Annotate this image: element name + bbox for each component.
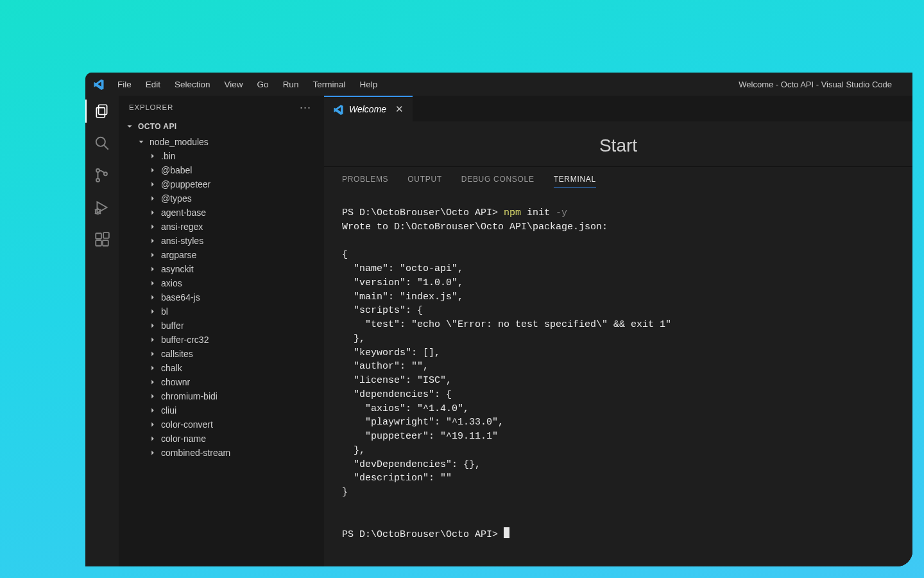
panel-tab-output[interactable]: OUTPUT	[407, 175, 442, 188]
tree-item-label: chownr	[161, 377, 190, 387]
tree-item[interactable]: @babel	[119, 163, 324, 177]
menu-run[interactable]: Run	[277, 77, 305, 92]
tree-item[interactable]: .bin	[119, 149, 324, 163]
tree-item[interactable]: buffer	[119, 319, 324, 333]
chevron-right-icon	[148, 293, 157, 302]
panel-tab-problems[interactable]: PROBLEMS	[342, 175, 388, 188]
chevron-right-icon	[148, 279, 157, 288]
file-tree[interactable]: OCTO API node_modules .bin@babel@puppete…	[119, 119, 324, 566]
panel-tab-debug-console[interactable]: DEBUG CONSOLE	[461, 175, 535, 188]
svg-point-4	[96, 179, 99, 182]
tree-item-label: argparse	[161, 250, 196, 260]
svg-point-5	[104, 172, 107, 175]
chevron-right-icon	[148, 335, 157, 344]
tree-item-label: chalk	[161, 363, 182, 373]
chevron-right-icon	[148, 265, 157, 274]
svg-rect-1	[96, 108, 105, 118]
gradient-frame: File Edit Selection View Go Run Terminal…	[12, 12, 912, 566]
chevron-right-icon	[148, 236, 157, 245]
folder-label: node_modules	[150, 137, 209, 147]
terminal-flag: -y	[556, 207, 567, 218]
tree-item[interactable]: ansi-regex	[119, 220, 324, 234]
tree-item[interactable]: base64-js	[119, 290, 324, 304]
chevron-right-icon	[148, 307, 157, 316]
tree-item[interactable]: chromium-bidi	[119, 389, 324, 403]
tree-item-label: color-name	[161, 434, 206, 444]
chevron-right-icon	[148, 349, 157, 358]
tab-label: Welcome	[349, 104, 386, 114]
chevron-right-icon	[148, 321, 157, 330]
vscode-window: File Edit Selection View Go Run Terminal…	[85, 73, 912, 566]
tree-item[interactable]: callsites	[119, 347, 324, 361]
terminal-command: npm	[504, 207, 521, 218]
tree-item[interactable]: agent-base	[119, 206, 324, 220]
chevron-right-icon	[148, 420, 157, 429]
tree-item-label: ansi-styles	[161, 236, 203, 246]
tree-item[interactable]: combined-stream	[119, 446, 324, 460]
explorer-icon[interactable]	[93, 102, 111, 120]
chevron-right-icon	[148, 208, 157, 217]
terminal-cursor	[504, 527, 509, 538]
svg-rect-0	[99, 105, 107, 114]
terminal-output-line: Wrote to D:\OctoBrouser\Octo API\package…	[342, 222, 608, 232]
chevron-right-icon	[148, 166, 157, 175]
terminal-panel[interactable]: PS D:\OctoBrouser\Octo API> npm init -y …	[324, 195, 912, 566]
menu-bar: File Edit Selection View Go Run Terminal…	[111, 77, 384, 92]
title-bar: File Edit Selection View Go Run Terminal…	[85, 73, 912, 96]
tree-item-label: cliui	[161, 405, 176, 416]
tree-item[interactable]: @puppeteer	[119, 177, 324, 191]
vscode-tab-icon	[333, 104, 344, 115]
tab-welcome[interactable]: Welcome ✕	[324, 96, 413, 121]
tree-folder-node-modules[interactable]: node_modules	[119, 134, 324, 149]
tree-item[interactable]: ansi-styles	[119, 234, 324, 248]
chevron-right-icon	[148, 363, 157, 372]
tree-item-label: ansi-regex	[161, 222, 203, 232]
chevron-right-icon	[148, 152, 157, 161]
menu-selection[interactable]: Selection	[168, 77, 217, 92]
editor-area: Welcome ✕ Start PROBLEMS OUTPUT DEBUG CO…	[324, 96, 912, 566]
chevron-right-icon	[148, 180, 157, 189]
tree-item[interactable]: argparse	[119, 248, 324, 262]
svg-point-2	[96, 137, 105, 146]
svg-rect-8	[96, 240, 101, 246]
terminal-prompt: PS D:\OctoBrouser\Octo API>	[342, 529, 504, 540]
run-debug-icon[interactable]	[93, 198, 111, 216]
search-icon[interactable]	[93, 134, 111, 152]
menu-file[interactable]: File	[111, 77, 138, 92]
explorer-more-icon[interactable]: ···	[297, 101, 314, 114]
tree-item-label: bl	[161, 306, 168, 317]
tree-item[interactable]: color-name	[119, 432, 324, 446]
editor-tab-row: Welcome ✕	[324, 96, 912, 121]
window-title: Welcome - Octo API - Visual Studio Code	[384, 80, 907, 89]
tree-item-label: base64-js	[161, 292, 200, 302]
tree-item[interactable]: chownr	[119, 375, 324, 389]
extensions-icon[interactable]	[93, 231, 111, 249]
tree-item[interactable]: axios	[119, 276, 324, 290]
chevron-down-icon	[137, 137, 146, 146]
tree-item[interactable]: @types	[119, 191, 324, 206]
tree-item-label: color-convert	[161, 419, 213, 430]
tree-root[interactable]: OCTO API	[119, 119, 324, 134]
menu-go[interactable]: Go	[251, 77, 275, 92]
menu-help[interactable]: Help	[353, 77, 384, 92]
tree-item-label: axios	[161, 278, 182, 288]
chevron-right-icon	[148, 250, 157, 259]
tree-item[interactable]: color-convert	[119, 417, 324, 432]
chevron-right-icon	[148, 434, 157, 443]
tree-item-label: .bin	[161, 151, 176, 161]
close-icon[interactable]: ✕	[395, 103, 404, 115]
tree-item[interactable]: chalk	[119, 361, 324, 375]
chevron-right-icon	[148, 222, 157, 231]
panel-tab-terminal[interactable]: TERMINAL	[554, 175, 596, 188]
menu-terminal[interactable]: Terminal	[306, 77, 352, 92]
source-control-icon[interactable]	[93, 166, 111, 184]
tree-item[interactable]: buffer-crc32	[119, 333, 324, 347]
tree-item[interactable]: bl	[119, 304, 324, 319]
tree-item-label: callsites	[161, 349, 193, 359]
tree-item[interactable]: cliui	[119, 403, 324, 417]
terminal-json-output: { "name": "octo-api", "version": "1.0.0"…	[342, 249, 671, 498]
tree-item[interactable]: asynckit	[119, 262, 324, 276]
menu-view[interactable]: View	[218, 77, 250, 92]
terminal-prompt: PS D:\OctoBrouser\Octo API>	[342, 207, 504, 218]
menu-edit[interactable]: Edit	[139, 77, 167, 92]
